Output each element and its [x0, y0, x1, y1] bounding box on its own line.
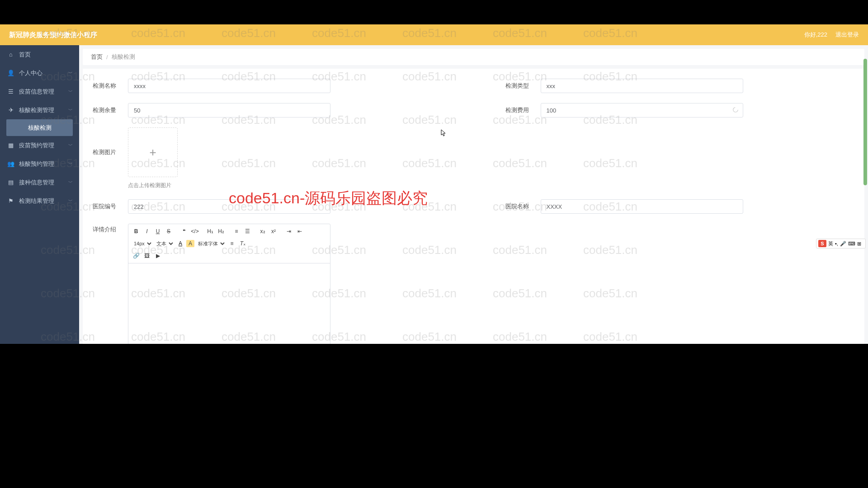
ime-mic-icon[interactable]: 🎤: [840, 241, 846, 247]
breadcrumb-root[interactable]: 首页: [91, 53, 103, 61]
breadcrumb-sep: /: [106, 54, 108, 61]
home-icon: ⌂: [7, 51, 14, 58]
chevron-down-icon: ﹀: [68, 142, 73, 149]
input-test-qty[interactable]: [128, 103, 330, 117]
underline-button[interactable]: U: [153, 226, 163, 236]
scrollbar-track[interactable]: [863, 45, 867, 344]
image-uploader[interactable]: +: [128, 127, 178, 177]
grid-icon: ▦: [7, 142, 14, 149]
label-hosp-name: 医院名称: [505, 202, 538, 211]
bgcolor-button[interactable]: A: [186, 240, 194, 247]
scrollbar-thumb[interactable]: [863, 59, 867, 185]
sidebar-label: 核酸检测管理: [19, 106, 54, 114]
rich-text-editor: B I U S ❝ </> H₁ H₂ ≡ ☰: [128, 224, 330, 344]
breadcrumb: 首页 / 核酸检测: [83, 49, 864, 65]
user2-icon: 👥: [7, 160, 14, 168]
breadcrumb-current: 核酸检测: [112, 53, 135, 61]
superscript-button[interactable]: x²: [269, 226, 278, 236]
label-test-qty: 检测余量: [93, 106, 125, 114]
logout-link[interactable]: 退出登录: [835, 31, 859, 39]
outdent-button[interactable]: ⇤: [295, 226, 305, 236]
header: 新冠肺炎服务预约微信小程序 你好,222 退出登录: [0, 24, 868, 45]
sidebar-item-vaccine-appt[interactable]: ▦ 疫苗预约管理 ﹀: [0, 136, 79, 155]
sidebar: ⌂ 首页 👤 个人中心 ﹀ ☰ 疫苗信息管理 ﹀ ✈ 核酸检测管理 ﹀ 核酸检测: [0, 45, 79, 344]
editor-content[interactable]: [128, 263, 330, 344]
doc-icon: ▤: [7, 179, 14, 186]
label-detail: 详情介绍: [93, 224, 125, 344]
label-hosp-id: 医院编号: [93, 202, 125, 211]
input-hosp-id[interactable]: [128, 199, 330, 214]
ime-punct-icon[interactable]: •,: [835, 241, 838, 246]
sidebar-label: 接种信息管理: [19, 178, 54, 187]
flag-icon: ⚑: [7, 197, 14, 205]
upload-hint: 点击上传检测图片: [128, 182, 178, 189]
h1-button[interactable]: H₁: [205, 226, 215, 236]
label-test-img: 检测图片: [93, 127, 125, 156]
user-icon: 👤: [7, 70, 14, 77]
label-test-name: 检测名称: [93, 82, 125, 90]
label-test-type: 检测类型: [505, 82, 538, 90]
form-card: 检测名称 检测类型 检测余量 检测费用: [83, 69, 864, 344]
ime-keyboard-icon[interactable]: ⌨: [848, 241, 855, 247]
editor-toolbar: B I U S ❝ </> H₁ H₂ ≡ ☰: [128, 224, 330, 263]
align-button[interactable]: ≡: [227, 239, 237, 249]
link-button[interactable]: 🔗: [131, 251, 141, 261]
sidebar-item-vaccine-info[interactable]: ☰ 疫苗信息管理 ﹀: [0, 82, 79, 101]
sidebar-item-nucleic-test[interactable]: ✈ 核酸检测管理 ﹀: [0, 101, 79, 119]
chevron-down-icon: ﹀: [68, 107, 73, 113]
sidebar-item-results[interactable]: ⚑ 检测结果管理 ﹀: [0, 192, 79, 210]
chevron-down-icon: ﹀: [68, 161, 73, 167]
sidebar-label: 疫苗预约管理: [19, 141, 54, 150]
fontfamily-select[interactable]: 标准字体: [195, 239, 226, 249]
sidebar-label: 首页: [19, 51, 31, 59]
label-test-fee: 检测费用: [505, 106, 538, 114]
h2-button[interactable]: H₂: [216, 226, 226, 236]
spinner-icon: [732, 107, 739, 113]
sidebar-item-nucleic-appt[interactable]: 👥 核酸预约管理 ﹀: [0, 155, 79, 173]
ime-toolbar[interactable]: S 英 •, 🎤 ⌨ ⊞: [816, 239, 866, 249]
sidebar-label: 个人中心: [19, 69, 42, 77]
bars-icon: ☰: [7, 88, 14, 95]
strike-button[interactable]: S: [164, 226, 174, 236]
fontsize-select[interactable]: 14px: [131, 239, 153, 249]
input-test-name[interactable]: [128, 79, 330, 93]
svg-point-0: [733, 108, 738, 113]
bold-button[interactable]: B: [131, 226, 141, 236]
ime-lang[interactable]: 英: [828, 240, 833, 247]
code-button[interactable]: </>: [190, 226, 200, 236]
input-hosp-name[interactable]: [541, 199, 743, 214]
chevron-down-icon: ﹀: [68, 70, 73, 76]
ol-button[interactable]: ≡: [231, 226, 241, 236]
sidebar-item-home[interactable]: ⌂ 首页: [0, 45, 79, 64]
indent-button[interactable]: ⇥: [284, 226, 294, 236]
app-title: 新冠肺炎服务预约微信小程序: [9, 31, 804, 39]
plus-icon: +: [149, 145, 156, 160]
user-greeting[interactable]: 你好,222: [804, 31, 827, 39]
ime-logo-icon: S: [818, 240, 826, 247]
sidebar-item-profile[interactable]: 👤 个人中心 ﹀: [0, 64, 79, 82]
ul-button[interactable]: ☰: [242, 226, 252, 236]
quote-button[interactable]: ❝: [179, 226, 189, 236]
sidebar-label: 疫苗信息管理: [19, 88, 54, 96]
clear-format-button[interactable]: Tₓ: [238, 239, 248, 249]
sidebar-item-inoculation[interactable]: ▤ 接种信息管理 ﹀: [0, 173, 79, 192]
italic-button[interactable]: I: [142, 226, 152, 236]
main-content: 首页 / 核酸检测 检测名称 检测类型 检测余量: [79, 45, 868, 344]
ime-menu-icon[interactable]: ⊞: [857, 241, 861, 247]
chevron-down-icon: ﹀: [68, 198, 73, 204]
image-button[interactable]: 🖼: [142, 251, 152, 261]
format-select[interactable]: 文本: [154, 239, 175, 249]
sidebar-label: 核酸预约管理: [19, 160, 54, 168]
sidebar-label: 检测结果管理: [19, 197, 54, 205]
subscript-button[interactable]: x₂: [258, 226, 268, 236]
chevron-down-icon: ﹀: [68, 89, 73, 95]
chevron-down-icon: ﹀: [68, 179, 73, 186]
input-test-type[interactable]: [541, 79, 743, 93]
plane-icon: ✈: [7, 107, 14, 114]
video-button[interactable]: ▶: [153, 251, 163, 261]
sidebar-subitem-nucleic-test[interactable]: 核酸检测: [6, 119, 73, 136]
textcolor-button[interactable]: A: [175, 239, 185, 249]
input-test-fee[interactable]: [541, 103, 743, 117]
